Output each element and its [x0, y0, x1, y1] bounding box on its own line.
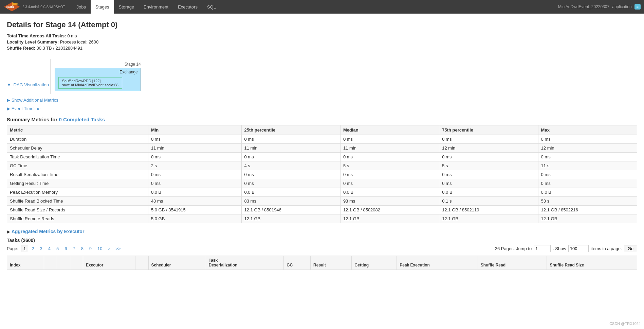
metric-value: 2 s: [148, 161, 241, 170]
metric-value: 0 ms: [148, 170, 241, 179]
metrics-table: Metric Min 25th percentile Median 75th p…: [7, 125, 637, 223]
summary-title: Summary Metrics for 0 Completed Tasks: [7, 117, 637, 122]
event-timeline-link[interactable]: ▶ Event Timeline: [7, 106, 637, 111]
show-input[interactable]: [568, 245, 589, 252]
nav-executors[interactable]: Executors: [173, 0, 202, 14]
app-badge[interactable]: ≡: [634, 4, 641, 10]
info-locality: Locality Level Summary: Process local: 2…: [7, 39, 637, 45]
th-scheduler[interactable]: Scheduler: [148, 256, 206, 270]
nav-stages[interactable]: Stages: [91, 0, 114, 14]
metric-name: Getting Result Time: [7, 179, 148, 188]
triangle-down-icon: ▼: [7, 82, 11, 87]
dag-toggle[interactable]: ▼ DAG Visualization: [7, 82, 50, 87]
metric-value: 0 ms: [241, 153, 340, 161]
metric-value: 12.1 GB: [241, 214, 340, 223]
nav-storage[interactable]: Storage: [114, 0, 139, 14]
metric-value: 12.1 GB: [340, 214, 439, 223]
summary-completed: 0 Completed Tasks: [59, 117, 105, 122]
metric-value: 0 ms: [538, 135, 637, 144]
metric-value: 5 s: [439, 161, 538, 170]
navbar-right: MiuiAdDwdEvent_20220307 application ≡: [558, 4, 641, 10]
nav-jobs[interactable]: Jobs: [72, 0, 91, 14]
metrics-row: Result Serialization Time0 ms0 ms0 ms0 m…: [7, 170, 637, 179]
nav-sql[interactable]: SQL: [202, 0, 221, 14]
page-4[interactable]: 4: [46, 245, 53, 252]
metric-value: 11 min: [241, 144, 340, 153]
th-gc[interactable]: GC: [284, 256, 311, 270]
summary-title-text: Summary Metrics for: [7, 117, 57, 122]
page-next[interactable]: >: [106, 245, 113, 252]
nav-environment[interactable]: Environment: [139, 0, 173, 14]
spark-logo-icon: spark: [3, 2, 20, 12]
dag-toggle-label: DAG Visualization: [14, 82, 49, 87]
page-10[interactable]: 10: [95, 245, 105, 252]
metric-name: Result Serialization Time: [7, 170, 148, 179]
metric-value: 12.1 GB / 8502082: [340, 206, 439, 214]
metric-value: 0 ms: [439, 170, 538, 179]
metric-value: 12 min: [439, 144, 538, 153]
metric-value: 0 ms: [340, 170, 439, 179]
th-index[interactable]: Index: [7, 256, 44, 270]
metric-value: 0 ms: [538, 170, 637, 179]
metrics-table-header: Metric Min 25th percentile Median 75th p…: [7, 125, 637, 135]
go-button[interactable]: Go: [624, 245, 637, 252]
page-1[interactable]: 1: [21, 245, 28, 252]
metric-name: Task Deserialization Time: [7, 153, 148, 161]
page-5[interactable]: 5: [54, 245, 61, 252]
jump-input[interactable]: [534, 245, 551, 252]
metric-value: 48 ms: [148, 197, 241, 206]
metric-value: 11 min: [148, 144, 241, 153]
col-median: Median: [340, 125, 439, 135]
th-result[interactable]: Result: [311, 256, 352, 270]
total-time-label: Total Time Across All Tasks:: [7, 33, 66, 38]
locality-value: Process local: 2600: [60, 39, 98, 45]
metric-value: 0.0 B: [439, 188, 538, 197]
metric-value: 12 min: [538, 144, 637, 153]
shuffle-label: Shuffle Read:: [7, 46, 35, 51]
th-peak-execution[interactable]: Peak Execution: [397, 256, 478, 270]
page-last[interactable]: >>: [113, 245, 123, 252]
main-content: Details for Stage 14 (Attempt 0) Total T…: [0, 14, 644, 277]
page-9[interactable]: 9: [87, 245, 94, 252]
metrics-row: Shuffle Read Size / Records5.0 GB / 3541…: [7, 206, 637, 214]
page-label: Page:: [7, 246, 18, 251]
metric-name: Shuffle Remote Reads: [7, 214, 148, 223]
info-total-time: Total Time Across All Tasks: 0 ms: [7, 33, 637, 38]
shuffle-value: 30.3 TB / 21832884491: [36, 46, 82, 51]
th-shuffle-read-size[interactable]: Shuffle Read Size: [547, 256, 637, 270]
th-executor[interactable]: Executor: [83, 256, 135, 270]
metric-value: 0 ms: [241, 135, 340, 144]
page-2[interactable]: 2: [29, 245, 36, 252]
aggregated-link[interactable]: Aggregated Metrics by Executor: [12, 229, 85, 234]
aggregated-arrow-icon: ▶: [7, 229, 10, 234]
metric-value: 11 min: [340, 144, 439, 153]
th-shuffle-read[interactable]: Shuffle Read: [478, 256, 547, 270]
metric-value: 0 ms: [439, 135, 538, 144]
th-task-deserialization[interactable]: TaskDeserialization: [206, 256, 283, 270]
spark-version: 2.3.4-mdh1.0.0-SNAPSHOT: [22, 5, 65, 9]
page-8[interactable]: 8: [79, 245, 86, 252]
metrics-row: Shuffle Read Blocked Time48 ms83 ms98 ms…: [7, 197, 637, 206]
tasks-table: Index Executor Scheduler TaskDeserializa…: [7, 256, 637, 270]
col-min: Min: [148, 125, 241, 135]
page-6[interactable]: 6: [62, 245, 69, 252]
metric-value: 0.0 B: [538, 188, 637, 197]
metric-value: 0.0 B: [148, 188, 241, 197]
aggregated-section: ▶ Aggregated Metrics by Executor: [7, 229, 637, 234]
page-7[interactable]: 7: [70, 245, 77, 252]
col-max: Max: [538, 125, 637, 135]
total-pages-text: 26 Pages. Jump to: [495, 246, 532, 251]
metric-value: 0 ms: [538, 153, 637, 161]
page-3[interactable]: 3: [37, 245, 44, 252]
metric-value: 0 ms: [148, 153, 241, 161]
metric-value: 0 ms: [340, 153, 439, 161]
metric-value: 12.1 GB: [439, 214, 538, 223]
dag-section: ▼ DAG Visualization Stage 14 Exchange Sh…: [7, 55, 637, 94]
metric-value: 0 ms: [241, 179, 340, 188]
right-triangle-icon: ▶: [7, 98, 10, 103]
col-75th: 75th percentile: [439, 125, 538, 135]
pagination-right: 26 Pages. Jump to . Show items in a page…: [495, 245, 637, 252]
show-additional-metrics-link[interactable]: ▶ Show Additional Metrics: [7, 98, 637, 103]
col-25th: 25th percentile: [241, 125, 340, 135]
th-getting[interactable]: Getting: [352, 256, 397, 270]
